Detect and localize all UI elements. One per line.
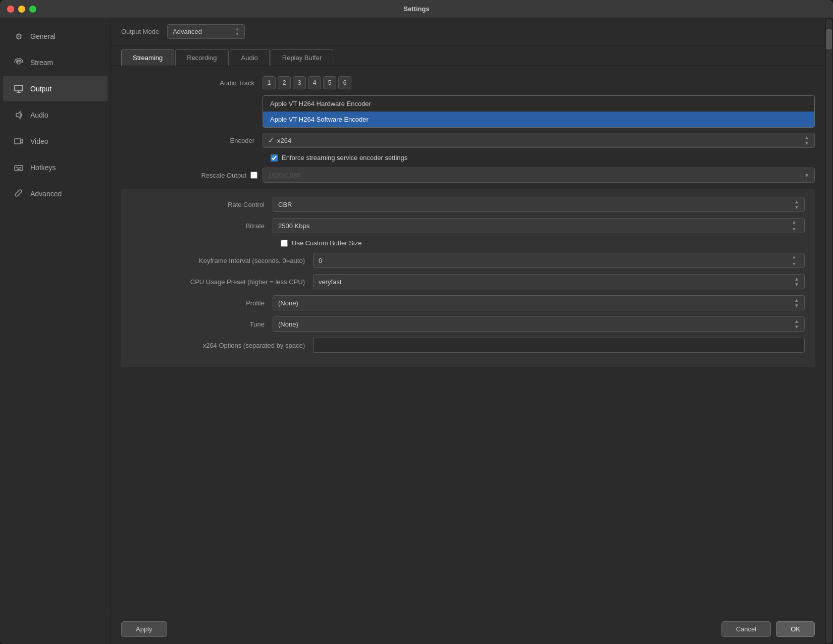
sidebar-label-audio: Audio	[30, 111, 48, 119]
audio-track-control: 1 2 3 4 5 6	[263, 76, 815, 89]
keyframe-down[interactable]: ▼	[789, 260, 799, 267]
rate-control-label: Rate Control	[131, 201, 273, 208]
custom-buffer-checkbox[interactable]	[281, 240, 288, 247]
track-btn-6[interactable]: 6	[338, 76, 351, 89]
scroll-track[interactable]	[826, 19, 832, 643]
svg-marker-4	[16, 112, 20, 119]
rescale-label-area: Rescale Output	[121, 172, 263, 179]
profile-row: Profile (None) ▲ ▼	[131, 295, 805, 310]
rescale-output-select[interactable]: 1920x1080 ▼	[263, 168, 815, 183]
sidebar-label-stream: Stream	[30, 59, 53, 67]
tune-control: (None) ▲ ▼	[273, 316, 805, 332]
ok-button[interactable]: OK	[776, 621, 815, 637]
bitrate-down[interactable]: ▼	[789, 226, 799, 233]
scrollbar	[825, 18, 833, 644]
audio-track-row: Audio Track 1 2 3 4 5 6	[121, 76, 815, 89]
window-controls	[7, 6, 36, 13]
bitrate-up[interactable]: ▲	[789, 219, 799, 226]
tab-streaming[interactable]: Streaming	[121, 49, 174, 66]
track-btn-4[interactable]: 4	[308, 76, 321, 89]
bitrate-select[interactable]: 2500 Kbps ▲ ▼	[273, 218, 805, 233]
sidebar-item-audio[interactable]: Audio	[3, 102, 108, 128]
minimize-button[interactable]	[18, 6, 25, 13]
bitrate-value: 2500 Kbps	[278, 222, 309, 230]
settings-panel: Rate Control CBR ▲ ▼	[121, 189, 815, 367]
video-icon	[13, 136, 24, 147]
scroll-thumb[interactable]	[826, 29, 832, 49]
sidebar-item-advanced[interactable]: Advanced	[3, 181, 108, 206]
x264-options-label: x264 Options (separated by space)	[131, 342, 313, 349]
profile-select[interactable]: (None) ▲ ▼	[273, 295, 805, 310]
sidebar-label-hotkeys: Hotkeys	[30, 164, 56, 172]
rate-control-select[interactable]: CBR ▲ ▼	[273, 197, 805, 212]
profile-arrows: ▲ ▼	[794, 297, 799, 308]
tab-replay-buffer[interactable]: Replay Buffer	[271, 49, 334, 66]
footer-right: Cancel OK	[721, 621, 815, 637]
dropdown-item-software[interactable]: Apple VT H264 Software Encoder	[263, 112, 814, 127]
cpu-usage-row: CPU Usage Preset (higher = less CPU) ver…	[131, 274, 805, 289]
sidebar: ⚙ General Stream	[0, 18, 111, 644]
maximize-button[interactable]	[29, 6, 36, 13]
encoder-label: Encoder	[121, 137, 263, 144]
encoder-value: x264	[277, 137, 291, 144]
sidebar-item-general[interactable]: ⚙ General	[3, 24, 108, 49]
cpu-usage-arrows: ▲ ▼	[794, 276, 799, 287]
keyframe-interval-row: Keyframe Interval (seconds, 0=auto) 0 ▲ …	[131, 253, 805, 268]
keyboard-icon	[13, 162, 24, 173]
stream-icon	[13, 57, 24, 68]
keyframe-up[interactable]: ▲	[789, 253, 799, 260]
encoder-dropdown-row: Apple VT H264 Hardware Encoder Apple VT …	[121, 95, 815, 127]
keyframe-select[interactable]: 0 ▲ ▼	[313, 253, 805, 268]
gear-icon: ⚙	[13, 31, 24, 42]
keyframe-label: Keyframe Interval (seconds, 0=auto)	[131, 257, 313, 264]
cancel-button[interactable]: Cancel	[721, 621, 771, 637]
rate-control-arrows: ▲ ▼	[794, 199, 799, 210]
track-btn-5[interactable]: 5	[323, 76, 336, 89]
sidebar-item-video[interactable]: Video	[3, 129, 108, 154]
profile-label: Profile	[131, 299, 273, 307]
x264-options-control	[313, 338, 805, 353]
rescale-placeholder: 1920x1080	[268, 172, 300, 179]
rate-control-row: Rate Control CBR ▲ ▼	[131, 197, 805, 212]
encoder-value-row: ✓ x264	[268, 136, 291, 144]
profile-value: (None)	[278, 299, 298, 307]
settings-body: Audio Track 1 2 3 4 5 6	[111, 66, 825, 614]
encoder-select[interactable]: ✓ x264 ▲ ▼	[263, 133, 815, 148]
close-button[interactable]	[7, 6, 14, 13]
rescale-output-checkbox[interactable]	[250, 172, 257, 179]
apply-button[interactable]: Apply	[121, 621, 167, 637]
sidebar-item-output[interactable]: Output	[3, 76, 108, 101]
rescale-arrow: ▼	[804, 173, 809, 178]
encoder-field-row: Encoder ✓ x264 ▲ ▼	[121, 133, 815, 148]
dropdown-item-hardware[interactable]: Apple VT H264 Hardware Encoder	[263, 96, 814, 112]
title-bar: Settings	[0, 0, 833, 18]
window-title: Settings	[403, 5, 429, 13]
tab-audio[interactable]: Audio	[230, 49, 270, 66]
tune-select[interactable]: (None) ▲ ▼	[273, 316, 805, 332]
track-btn-2[interactable]: 2	[278, 76, 291, 89]
custom-buffer-row: Use Custom Buffer Size	[131, 239, 805, 247]
footer-left: Apply	[121, 621, 167, 637]
sidebar-item-stream[interactable]: Stream	[3, 50, 108, 75]
svg-rect-5	[15, 139, 21, 144]
x264-options-input[interactable]	[313, 338, 805, 353]
main-content: ⚙ General Stream	[0, 18, 833, 644]
enforce-streaming-checkbox[interactable]	[271, 154, 278, 162]
output-icon	[13, 83, 24, 94]
bitrate-label: Bitrate	[131, 222, 273, 230]
footer: Apply Cancel OK	[111, 614, 825, 644]
track-btn-1[interactable]: 1	[263, 76, 276, 89]
sidebar-item-hotkeys[interactable]: Hotkeys	[3, 155, 108, 180]
svg-rect-7	[15, 166, 23, 171]
profile-control: (None) ▲ ▼	[273, 295, 805, 310]
output-mode-label: Output Mode	[121, 28, 159, 35]
cpu-usage-label: CPU Usage Preset (higher = less CPU)	[131, 278, 313, 286]
cpu-usage-select[interactable]: veryfast ▲ ▼	[313, 274, 805, 289]
keyframe-arrows: ▲ ▼	[789, 253, 799, 267]
audio-icon	[13, 110, 24, 121]
output-mode-select[interactable]: Advanced ▲ ▼	[167, 24, 245, 39]
bitrate-row: Bitrate 2500 Kbps ▲ ▼	[131, 218, 805, 233]
tab-recording[interactable]: Recording	[175, 49, 228, 66]
encoder-dropdown: Apple VT H264 Hardware Encoder Apple VT …	[263, 95, 815, 128]
track-btn-3[interactable]: 3	[293, 76, 306, 89]
